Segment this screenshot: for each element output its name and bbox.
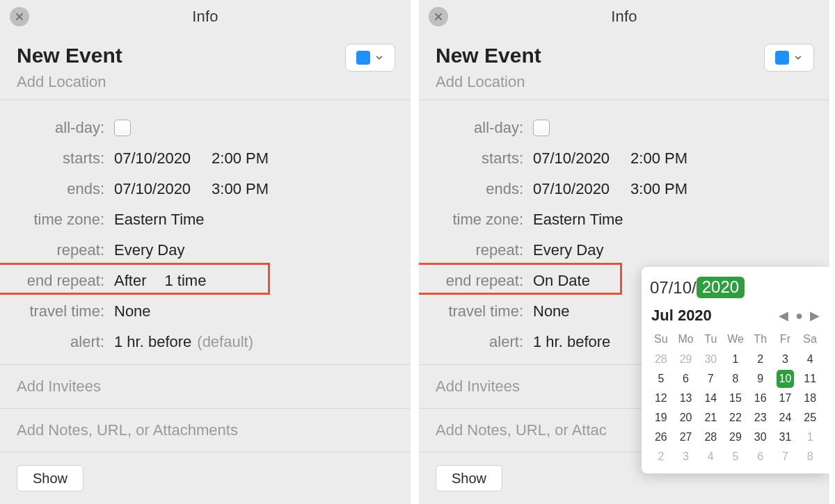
date-picker-day[interactable]: 24 [773,408,798,428]
show-button[interactable]: Show [436,465,502,491]
ends-date-field[interactable]: 07/10/2020 [114,180,191,198]
date-picker-day[interactable]: 6 [748,447,773,466]
timezone-select[interactable]: Eastern Time [533,211,623,229]
ends-time-field[interactable]: 3:00 PM [212,180,269,198]
date-picker-day[interactable]: 21 [698,408,723,428]
date-picker-day[interactable]: 15 [723,389,748,408]
date-picker-day[interactable]: 27 [674,428,699,447]
date-picker-day[interactable]: 26 [649,428,674,447]
notes-input[interactable]: Add Notes, URL, or Attachments [0,409,411,453]
date-picker-day[interactable]: 3 [773,350,798,369]
date-picker-day[interactable]: 19 [649,408,674,428]
close-button[interactable] [429,7,448,26]
repeat-select[interactable]: Every Day [533,241,603,259]
starts-date-field[interactable]: 07/10/2020 [114,149,191,168]
date-picker-day[interactable]: 14 [698,389,723,408]
date-picker-day[interactable]: 28 [649,350,674,369]
date-picker-day[interactable]: 29 [674,350,699,369]
date-picker-day[interactable]: 5 [723,447,748,466]
date-picker-day[interactable]: 29 [723,428,748,447]
calendar-color-dropdown[interactable] [764,44,814,72]
ends-time-field[interactable]: 3:00 PM [630,180,687,198]
starts-row: starts: 07/10/2020 2:00 PM [17,143,394,174]
end-repeat-mode-select[interactable]: After [114,272,146,290]
date-picker-day[interactable]: 18 [797,389,822,408]
date-picker-day[interactable]: 12 [649,389,674,408]
date-picker-day[interactable]: 20 [674,408,699,428]
date-picker-dow: Sa [797,330,822,350]
date-picker-day[interactable]: 16 [748,389,773,408]
date-picker-day[interactable]: 28 [698,428,723,447]
date-picker-day[interactable]: 1 [797,428,822,447]
date-picker-day[interactable]: 25 [797,408,822,428]
repeat-select[interactable]: Every Day [114,241,184,259]
end-repeat-count-field[interactable]: 1 time [164,272,206,290]
end-repeat-label: end repeat: [436,272,533,290]
alert-select[interactable]: 1 hr. before [114,333,191,351]
ends-row: ends: 07/10/2020 3:00 PM [436,174,813,204]
starts-time-field[interactable]: 2:00 PM [630,149,687,168]
date-picker-day[interactable]: 1 [723,350,748,369]
travel-time-select[interactable]: None [533,302,570,320]
panel-title: Info [611,8,637,26]
starts-date-field[interactable]: 07/10/2020 [533,149,610,168]
date-picker-day[interactable]: 7 [773,447,798,466]
starts-label: starts: [436,149,533,168]
date-picker-day[interactable]: 8 [723,369,748,389]
alert-default-text: (default) [197,333,253,351]
end-repeat-row: end repeat: After 1 time [17,266,394,296]
travel-time-label: travel time: [17,302,114,320]
date-picker-day[interactable]: 22 [723,408,748,428]
date-picker-day[interactable]: 4 [797,350,822,369]
event-title-block: New Event Add Location [419,33,829,100]
date-picker-day[interactable]: 23 [748,408,773,428]
date-picker-day[interactable]: 2 [748,350,773,369]
date-picker-day[interactable]: 17 [773,389,798,408]
show-button[interactable]: Show [17,465,84,491]
date-picker-day[interactable]: 9 [748,369,773,389]
repeat-label: repeat: [436,241,533,259]
date-picker-day[interactable]: 6 [674,369,699,389]
ends-date-field[interactable]: 07/10/2020 [533,180,610,198]
date-picker-day[interactable]: 4 [698,447,723,466]
next-month-button[interactable]: ▶ [810,309,820,322]
date-picker-day[interactable]: 8 [797,447,822,466]
date-picker-day[interactable]: 30 [748,428,773,447]
date-picker-day[interactable]: 7 [698,369,723,389]
calendar-color-dropdown[interactable] [345,44,395,72]
date-picker-day[interactable]: 31 [773,428,798,447]
prev-month-button[interactable]: ◀ [779,309,788,322]
location-input[interactable]: Add Location [17,73,394,91]
all-day-row: all-day: [17,113,394,143]
date-input-field[interactable]: 07/10/2020 [642,267,829,305]
all-day-row: all-day: [436,113,813,143]
date-picker-day[interactable]: 13 [674,389,699,408]
all-day-checkbox[interactable] [533,120,550,136]
alert-select[interactable]: 1 hr. before [533,333,610,351]
date-picker-day[interactable]: 30 [698,350,723,369]
date-picker-header: Jul 2020 ◀ ● ▶ [642,305,829,330]
date-input-year-selected: 2020 [697,277,745,298]
date-picker-dow: Tu [698,330,723,350]
date-picker-day[interactable]: 2 [649,447,674,466]
today-button[interactable]: ● [795,309,803,322]
event-title-block: New Event Add Location [0,33,411,100]
timezone-select[interactable]: Eastern Time [114,211,205,229]
invitees-input[interactable]: Add Invitees [0,365,411,409]
all-day-checkbox[interactable] [114,120,131,136]
panel-header: Info [0,0,411,33]
ends-row: ends: 07/10/2020 3:00 PM [17,174,394,204]
close-button[interactable] [10,7,29,26]
travel-time-select[interactable]: None [114,302,151,320]
end-repeat-mode-select[interactable]: On Date [533,272,590,290]
date-picker-day[interactable]: 10 [773,369,798,389]
panel-title: Info [192,8,218,26]
date-picker-day[interactable]: 11 [797,369,822,389]
date-picker-day[interactable]: 3 [674,447,699,466]
location-input[interactable]: Add Location [436,73,813,91]
event-title-input[interactable]: New Event [436,44,813,67]
starts-time-field[interactable]: 2:00 PM [212,149,269,168]
event-title-input[interactable]: New Event [17,44,394,67]
repeat-row: repeat: Every Day [17,235,394,266]
date-picker-day[interactable]: 5 [649,369,674,389]
